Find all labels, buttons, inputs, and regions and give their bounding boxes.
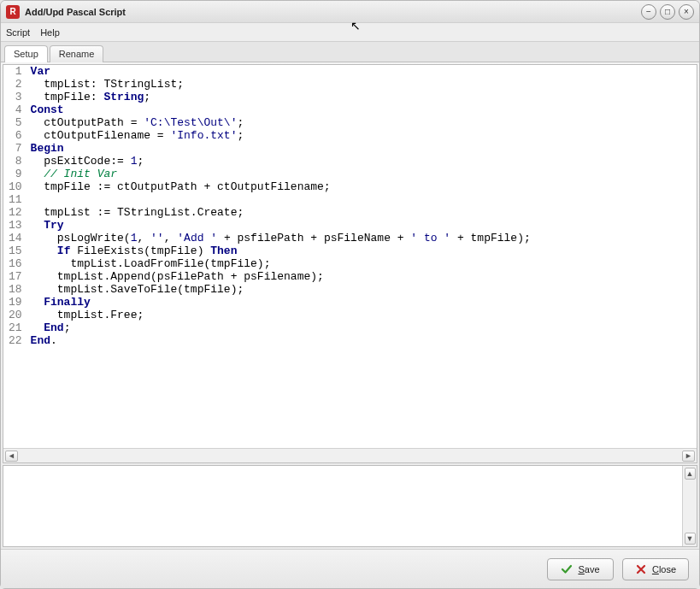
code-line[interactable]: 7Begin [3, 142, 697, 155]
code-content[interactable]: psExitCode:= 1; [31, 155, 697, 168]
close-window-button[interactable]: × [679, 4, 694, 20]
code-content[interactable]: End. [31, 334, 697, 347]
scroll-up-icon[interactable]: ▲ [685, 468, 696, 480]
code-line[interactable]: 9 // Init Var [3, 168, 697, 180]
code-content[interactable]: tmpList.LoadFromFile(tmpFile); [31, 257, 697, 270]
scroll-down-icon[interactable]: ▼ [685, 533, 696, 545]
code-content[interactable]: // Init Var [31, 168, 697, 180]
line-number: 7 [3, 142, 31, 155]
line-number: 4 [3, 103, 31, 116]
code-content[interactable]: Try [31, 219, 697, 232]
save-button-label: Save [578, 564, 599, 574]
code-content[interactable]: Begin [31, 142, 697, 155]
line-number: 11 [3, 193, 31, 206]
code-line[interactable]: 4Const [3, 103, 697, 116]
line-number: 22 [3, 334, 31, 347]
code-line[interactable]: 17 tmpList.Append(psFilePath + psFilenam… [3, 270, 697, 283]
code-line[interactable]: 1Var [3, 65, 697, 78]
code-line[interactable]: 16 tmpList.LoadFromFile(tmpFile); [3, 257, 697, 270]
horizontal-scrollbar[interactable]: ◄ ► [3, 448, 697, 462]
code-content[interactable]: tmpList.Append(psFilePath + psFilename); [31, 270, 697, 283]
code-content[interactable]: ctOutputFilename = 'Info.txt'; [31, 129, 697, 142]
code-line[interactable]: 21 End; [3, 321, 697, 334]
line-number: 14 [3, 232, 31, 244]
line-number: 13 [3, 219, 31, 232]
code-line[interactable]: 5 ctOutputPath = 'C:\Test\Out\'; [3, 116, 697, 129]
tab-setup[interactable]: Setup [4, 45, 48, 62]
maximize-button[interactable]: □ [660, 4, 675, 20]
code-content[interactable]: If FileExists(tmpFile) Then [31, 244, 697, 257]
window-title: Add/Upd Pascal Script [25, 7, 126, 17]
tab-rename-label: Rename [59, 49, 95, 59]
code-line[interactable]: 14 psLogWrite(1, '', 'Add ' + psfilePath… [3, 232, 697, 244]
menu-script[interactable]: Script [6, 27, 30, 38]
code-line[interactable]: 15 If FileExists(tmpFile) Then [3, 244, 697, 257]
output-panel[interactable]: ▲ ▼ [3, 465, 697, 547]
code-line[interactable]: 19 Finally [3, 296, 697, 309]
line-number: 19 [3, 296, 31, 309]
minimize-button[interactable]: − [641, 4, 656, 20]
code-content[interactable]: End; [31, 321, 697, 334]
line-number: 3 [3, 91, 31, 103]
tab-setup-label: Setup [14, 49, 38, 59]
close-button-label: Close [652, 564, 676, 574]
code-content[interactable]: psLogWrite(1, '', 'Add ' + psfilePath + … [31, 232, 697, 244]
line-number: 10 [3, 180, 31, 193]
line-number: 17 [3, 270, 31, 283]
line-number: 12 [3, 206, 31, 219]
line-number: 8 [3, 155, 31, 168]
scroll-right-icon[interactable]: ► [682, 451, 695, 462]
line-number: 18 [3, 283, 31, 296]
code-content[interactable]: ctOutputPath = 'C:\Test\Out\'; [31, 116, 697, 129]
code-content[interactable]: Const [31, 103, 697, 116]
code-content[interactable]: tmpFile: String; [31, 91, 697, 103]
code-line[interactable]: 18 tmpList.SaveToFile(tmpFile); [3, 283, 697, 296]
code-line[interactable]: 11 [3, 193, 697, 206]
tab-rename[interactable]: Rename [50, 45, 104, 62]
line-number: 2 [3, 78, 31, 91]
footer: Save Close [1, 549, 699, 588]
code-line[interactable]: 13 Try [3, 219, 697, 232]
titlebar: R Add/Upd Pascal Script ↖ − □ × [1, 1, 699, 23]
code-content[interactable]: tmpList.SaveToFile(tmpFile); [31, 283, 697, 296]
code-line[interactable]: 6 ctOutputFilename = 'Info.txt'; [3, 129, 697, 142]
menubar: Script Help [1, 23, 699, 42]
code-line[interactable]: 8 psExitCode:= 1; [3, 155, 697, 168]
code-line[interactable]: 2 tmpList: TStringList; [3, 78, 697, 91]
close-icon [635, 563, 647, 575]
code-content[interactable]: tmpList.Free; [31, 309, 697, 321]
code-line[interactable]: 22End. [3, 334, 697, 347]
close-button[interactable]: Close [622, 558, 689, 580]
line-number: 9 [3, 168, 31, 180]
code-content[interactable]: Finally [31, 296, 697, 309]
content-area: 1Var2 tmpList: TStringList;3 tmpFile: St… [1, 62, 699, 549]
app-window: R Add/Upd Pascal Script ↖ − □ × Script H… [0, 0, 700, 589]
line-number: 15 [3, 244, 31, 257]
code-content[interactable]: tmpList: TStringList; [31, 78, 697, 91]
code-line[interactable]: 3 tmpFile: String; [3, 91, 697, 103]
scroll-left-icon[interactable]: ◄ [5, 451, 18, 462]
line-number: 20 [3, 309, 31, 321]
save-button[interactable]: Save [547, 558, 614, 580]
code-editor-viewport[interactable]: 1Var2 tmpList: TStringList;3 tmpFile: St… [3, 65, 697, 448]
check-icon [561, 563, 573, 575]
line-number: 21 [3, 321, 31, 334]
code-content[interactable]: tmpList := TStringList.Create; [31, 206, 697, 219]
line-number: 6 [3, 129, 31, 142]
vertical-scrollbar[interactable]: ▲ ▼ [682, 466, 697, 546]
code-content[interactable]: Var [31, 65, 697, 78]
line-number: 1 [3, 65, 31, 78]
menu-help[interactable]: Help [40, 27, 60, 38]
line-number: 16 [3, 257, 31, 270]
code-line[interactable]: 20 tmpList.Free; [3, 309, 697, 321]
tabbar: Setup Rename [1, 42, 699, 62]
code-line[interactable]: 12 tmpList := TStringList.Create; [3, 206, 697, 219]
code-content[interactable]: tmpFile := ctOutputPath + ctOutputFilena… [31, 180, 697, 193]
code-editor[interactable]: 1Var2 tmpList: TStringList;3 tmpFile: St… [3, 64, 697, 463]
code-content[interactable] [31, 193, 697, 206]
line-number: 5 [3, 116, 31, 129]
code-line[interactable]: 10 tmpFile := ctOutputPath + ctOutputFil… [3, 180, 697, 193]
app-icon: R [6, 5, 20, 19]
